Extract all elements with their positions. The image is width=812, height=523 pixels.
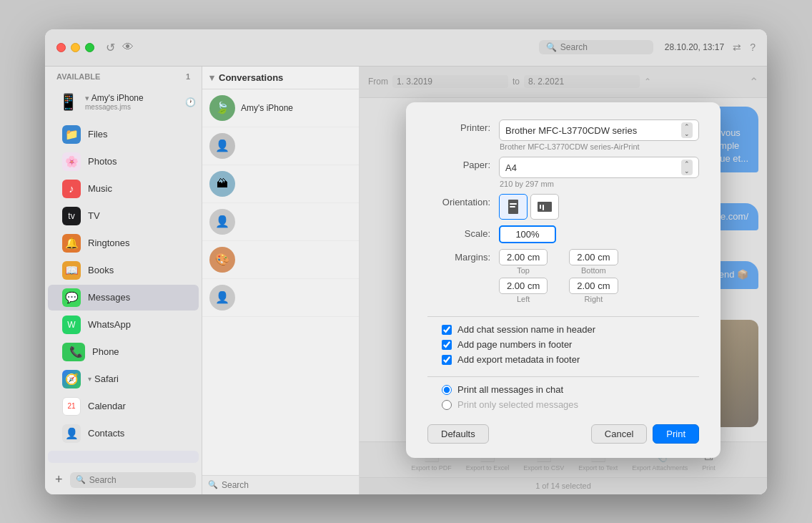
scale-input[interactable] [499, 225, 556, 243]
conversation-search-bar[interactable]: 🔍 [202, 475, 359, 494]
calendar-icon: 21 [62, 397, 81, 416]
printer-select[interactable]: Brother MFC-L3770CDW series ⌃⌄ [499, 119, 699, 141]
svg-rect-2 [510, 206, 515, 207]
files-icon: 📁 [62, 125, 81, 144]
margin-right-cell: 2.00 cm Right [569, 278, 618, 303]
sidebar: AVAILABLE 1 📱 ▾ Amy's iPhone messages.jm… [45, 67, 202, 494]
conversation-item-5[interactable]: 🎨 [202, 241, 359, 279]
contacts-label: Contacts [88, 428, 124, 439]
conversation-item-6[interactable]: 👤 [202, 279, 359, 317]
radio-all-messages[interactable] [442, 385, 452, 395]
paper-sub: 210 by 297 mm [499, 178, 699, 188]
sidebar-item-photos[interactable]: 🌸 Photos [48, 149, 199, 175]
avatar-3: 🏔 [209, 171, 235, 197]
checkbox-page-numbers-label: Add page numbers in footer [457, 339, 572, 350]
books-icon: 📖 [62, 261, 81, 280]
device-sub: messages.jms [85, 103, 144, 111]
files-label: Files [88, 129, 107, 140]
search-input[interactable] [560, 42, 646, 52]
portrait-button[interactable] [499, 194, 528, 220]
title-bar-right: 28.10.20, 13:17 ⇄ ? [665, 41, 756, 53]
chevron-down-icon: ▾ [209, 72, 214, 83]
sidebar-device[interactable]: 📱 ▾ Amy's iPhone messages.jms 🕐 [45, 84, 202, 121]
printer-arrows[interactable]: ⌃⌄ [681, 122, 693, 138]
maximize-button[interactable] [85, 43, 94, 52]
margin-bottom-value: 2.00 cm [569, 249, 618, 265]
ringtones-icon: 🔔 [62, 234, 81, 253]
help-icon[interactable]: ? [750, 41, 756, 53]
orientation-control [499, 194, 699, 220]
title-bar-search[interactable]: 🔍 [539, 40, 653, 54]
device-icon: 📱 [56, 88, 79, 117]
mac-window: ↺ 👁 🔍 28.10.20, 13:17 ⇄ ? AVAILABLE 1 📱 [45, 29, 767, 494]
checkbox-metadata[interactable] [442, 355, 452, 365]
conversation-item-3[interactable]: 🏔 [202, 165, 359, 203]
whatsapp-icon: W [62, 316, 81, 334]
paper-row: Paper: A4 ⌃⌄ 210 by 297 mm [427, 157, 699, 188]
sync-icon[interactable]: ⇄ [733, 41, 741, 53]
dialog-divider-2 [427, 376, 699, 377]
paper-arrows[interactable]: ⌃⌄ [681, 160, 693, 175]
sidebar-item-calendar[interactable]: 21 Calendar [48, 394, 199, 419]
sidebar-item-safari[interactable]: 🧭 ▾Safari [48, 366, 199, 392]
conversation-item-1[interactable]: 🍃 Amy's iPhone [202, 89, 359, 127]
dialog-divider-1 [427, 316, 699, 317]
print-confirm-button[interactable]: Print [653, 424, 699, 444]
paper-select[interactable]: A4 ⌃⌄ [499, 157, 699, 178]
add-sidebar-item-button[interactable]: + [51, 471, 67, 489]
checkbox-session-name[interactable] [442, 325, 452, 335]
radio-row-1: Print all messages in chat [427, 384, 699, 395]
margins-control: 2.00 cm Top 2.00 cm Bottom 2.0 [499, 249, 699, 303]
printer-label: Printer: [427, 119, 499, 133]
sidebar-item-ringtones[interactable]: 🔔 Ringtones [48, 230, 199, 256]
sidebar-search-bar[interactable]: 🔍 [70, 472, 196, 488]
checkbox-row-1: Add chat session name in header [427, 324, 699, 335]
tv-icon: tv [62, 207, 81, 225]
main-area: From to ⌃ ⌃ nepageans le quartier des Ea… [360, 67, 767, 494]
sidebar-item-files[interactable]: 📁 Files [48, 122, 199, 147]
conversation-item-4[interactable]: 👤 [202, 203, 359, 241]
eye-icon[interactable]: 👁 [122, 41, 134, 54]
printer-sub: Brother MFC-L3770CDW series-AirPrint [499, 141, 699, 151]
title-bar-date: 28.10.20, 13:17 [665, 42, 724, 52]
minimize-button[interactable] [71, 43, 80, 52]
sidebar-item-books[interactable]: 📖 Books [48, 258, 199, 283]
close-button[interactable] [56, 43, 66, 52]
contacts-icon: 👤 [62, 424, 81, 443]
radio-selected-messages[interactable] [442, 400, 452, 410]
title-bar: ↺ 👁 🔍 28.10.20, 13:17 ⇄ ? [45, 29, 767, 67]
sidebar-search-icon: 🔍 [76, 475, 86, 484]
back-icon[interactable]: ↺ [106, 41, 115, 54]
checkbox-page-numbers[interactable] [442, 340, 452, 350]
svg-rect-1 [510, 203, 517, 205]
margins-top-bottom: 2.00 cm Top 2.00 cm Bottom [499, 249, 699, 275]
sidebar-item-music[interactable]: ♪ Music [48, 176, 199, 202]
sidebar-item-messages[interactable]: 💬 Messages [48, 285, 199, 311]
conversation-list-header: ▾ Conversations [202, 67, 359, 89]
messages-icon: 💬 [62, 288, 81, 307]
printer-control: Brother MFC-L3770CDW series ⌃⌄ Brother M… [499, 119, 699, 151]
margin-top-label: Top [517, 266, 530, 275]
device-clock-icon: 🕐 [185, 97, 196, 107]
sidebar-search-input[interactable] [89, 475, 190, 485]
sidebar-item-whatsapp[interactable]: W WhatsApp [48, 312, 199, 338]
margins-left-right: 2.00 cm Left 2.00 cm Right [499, 278, 699, 303]
sidebar-item-contacts[interactable]: 👤 Contacts [48, 421, 199, 446]
phone-icon2: 📞 [66, 343, 85, 361]
sidebar-item-phone[interactable]: ▾ 📞 Phone [48, 339, 199, 365]
conversation-item-2[interactable]: 👤 [202, 127, 359, 165]
sidebar-item-tv[interactable]: tv TV [48, 203, 199, 229]
avatar-4: 👤 [209, 209, 235, 235]
conversation-list: ▾ Conversations 🍃 Amy's iPhone 👤 🏔 👤 🎨 [202, 67, 360, 494]
photos-label: Photos [88, 156, 117, 167]
landscape-button[interactable] [530, 194, 559, 220]
avatar-1: 🍃 [209, 95, 235, 121]
radio-all-messages-label: Print all messages in chat [457, 384, 563, 395]
conversation-search-input[interactable] [222, 480, 353, 490]
checkbox-session-name-label: Add chat session name in header [457, 324, 595, 335]
defaults-button[interactable]: Defaults [427, 424, 489, 444]
device-name: ▾ Amy's iPhone [85, 93, 144, 103]
printer-value: Brother MFC-L3770CDW series [505, 125, 677, 136]
cancel-button[interactable]: Cancel [591, 424, 647, 444]
margin-right-value: 2.00 cm [569, 278, 618, 294]
